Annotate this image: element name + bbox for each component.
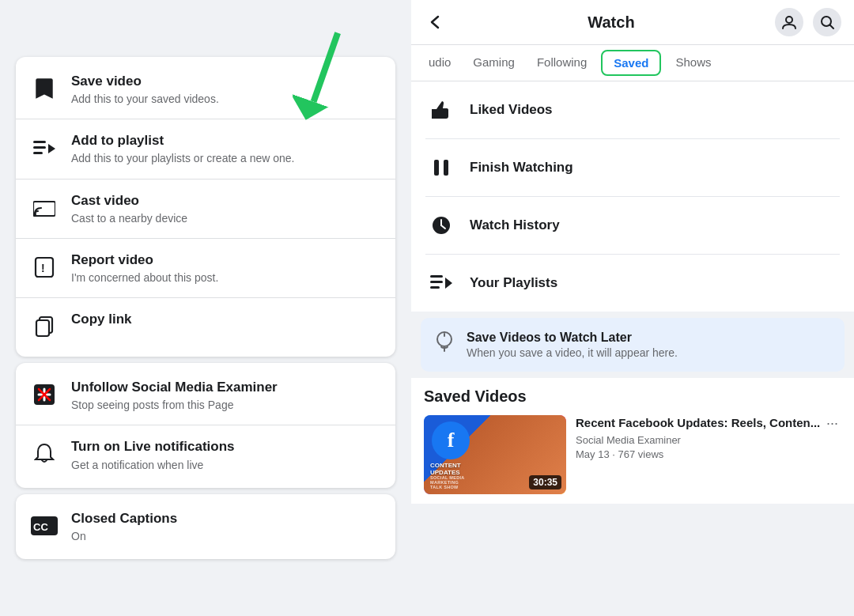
watch-history-label: Watch History (470, 217, 560, 233)
tab-shows[interactable]: Shows (664, 46, 722, 81)
search-button[interactable] (813, 8, 841, 36)
svg-rect-2 (33, 141, 46, 143)
closed-captions-title: Closed Captions (71, 510, 177, 527)
copy-link-item[interactable]: Copy link (16, 301, 395, 350)
report-video-item[interactable]: ! Report video I'm concerned about this … (16, 242, 395, 294)
unfollow-item[interactable]: Unfollow Social Media Examiner Stop seei… (16, 369, 395, 421)
tab-following[interactable]: Following (526, 46, 598, 81)
video-channel: Social Media Examiner (576, 434, 841, 446)
closed-captions-text: Closed Captions On (71, 510, 177, 543)
back-button[interactable] (424, 10, 448, 34)
copy-link-icon (30, 312, 59, 341)
live-notifications-item[interactable]: Turn on Live notifications Get a notific… (16, 429, 395, 481)
saved-videos-title: Saved Videos (424, 387, 841, 406)
svg-rect-29 (430, 286, 440, 289)
right-panel: Watch udio Gaming Following (411, 0, 854, 616)
menu-card-follow: Unfollow Social Media Examiner Stop seei… (16, 363, 395, 488)
your-playlists-label: Your Playlists (470, 275, 557, 291)
thumbs-up-icon (425, 94, 457, 126)
svg-point-7 (33, 213, 36, 216)
saved-videos-section: Saved Videos f CONTENT UPDATES (411, 378, 854, 504)
video-more-button[interactable]: ··· (823, 415, 841, 432)
right-content: Liked Videos Finish Watching (411, 81, 854, 616)
watch-history-item[interactable]: Watch History (411, 197, 854, 254)
live-notifications-subtitle: Get a notification when live (71, 458, 235, 472)
watch-title: Watch (457, 13, 765, 32)
unfollow-icon (30, 380, 59, 409)
svg-rect-28 (430, 281, 443, 283)
copy-link-title: Copy link (71, 311, 132, 328)
add-to-playlist-subtitle: Add this to your playlists or create a n… (71, 151, 294, 165)
video-duration: 30:35 (529, 475, 561, 489)
divider (16, 425, 395, 425)
svg-point-19 (786, 17, 792, 23)
divider (16, 179, 395, 180)
video-card[interactable]: f CONTENT UPDATES SOCIAL MEDIAMARKETINGT… (424, 415, 841, 494)
video-info: Recent Facebook Updates: Reels, Conten..… (576, 415, 841, 460)
svg-rect-23 (444, 160, 448, 176)
svg-text:!: ! (41, 262, 45, 274)
save-video-text: Save video Add this to your saved videos… (71, 73, 219, 106)
closed-captions-item[interactable]: CC Closed Captions On (16, 501, 395, 553)
unfollow-subtitle: Stop seeing posts from this Page (71, 398, 278, 412)
svg-line-1 (290, 33, 362, 102)
closed-captions-subtitle: On (71, 529, 177, 543)
bell-icon (30, 440, 59, 468)
left-panel: Save video Add this to your saved videos… (0, 0, 411, 616)
tab-gaming[interactable]: Gaming (462, 46, 526, 81)
live-notifications-text: Turn on Live notifications Get a notific… (71, 438, 235, 471)
add-to-playlist-item[interactable]: Add to playlist Add this to your playlis… (16, 123, 395, 175)
add-to-playlist-title: Add to playlist (71, 132, 294, 149)
info-box-text: Save Videos to Watch Later When you save… (467, 331, 678, 359)
info-box-subtitle: When you save a video, it will appear he… (467, 346, 678, 359)
right-header: Watch (411, 0, 854, 45)
tab-audio[interactable]: udio (418, 46, 462, 81)
video-meta: May 13 · 767 views (576, 448, 841, 460)
save-video-title: Save video (71, 73, 219, 90)
playlist-add-icon (30, 134, 59, 162)
saved-section: Liked Videos Finish Watching (411, 81, 854, 312)
svg-rect-27 (430, 275, 443, 278)
tabs-row: udio Gaming Following Saved Shows (411, 45, 854, 81)
video-title-row: Recent Facebook Updates: Reels, Conten..… (576, 415, 841, 432)
svg-line-21 (830, 25, 834, 29)
copy-link-text: Copy link (71, 311, 132, 328)
cast-video-text: Cast video Cast to a nearby device (71, 192, 187, 225)
cast-video-subtitle: Cast to a nearby device (71, 211, 187, 225)
header-icons (775, 8, 841, 36)
menu-card-cc: CC Closed Captions On (16, 494, 395, 559)
cc-icon: CC (30, 512, 59, 540)
live-notifications-title: Turn on Live notifications (71, 438, 235, 455)
tab-saved[interactable]: Saved (601, 50, 661, 76)
divider (16, 238, 395, 239)
playlist-icon (425, 267, 457, 299)
lightbulb-icon (433, 331, 455, 354)
profile-button[interactable] (775, 8, 803, 36)
svg-marker-5 (48, 144, 55, 153)
unfollow-title: Unfollow Social Media Examiner (71, 379, 278, 396)
divider (16, 119, 395, 119)
pause-icon (425, 152, 457, 183)
video-thumbnail: f CONTENT UPDATES SOCIAL MEDIAMARKETINGT… (424, 415, 566, 494)
svg-rect-11 (36, 320, 49, 336)
svg-rect-3 (33, 146, 46, 149)
liked-videos-item[interactable]: Liked Videos (411, 81, 854, 138)
add-to-playlist-text: Add to playlist Add this to your playlis… (71, 132, 294, 165)
liked-videos-label: Liked Videos (470, 102, 553, 118)
svg-rect-22 (434, 160, 439, 176)
cast-icon (30, 194, 59, 222)
svg-text:CC: CC (33, 521, 48, 533)
unfollow-text: Unfollow Social Media Examiner Stop seei… (71, 379, 278, 412)
menu-card-main: Save video Add this to your saved videos… (16, 57, 395, 357)
bookmark-icon (30, 74, 59, 103)
your-playlists-item[interactable]: Your Playlists (411, 255, 854, 312)
save-videos-info-box: Save Videos to Watch Later When you save… (421, 318, 845, 372)
info-box-title: Save Videos to Watch Later (467, 331, 678, 345)
cast-video-item[interactable]: Cast video Cast to a nearby device (16, 183, 395, 235)
report-video-text: Report video I'm concerned about this po… (71, 251, 218, 285)
svg-marker-30 (445, 278, 452, 289)
svg-rect-4 (33, 152, 43, 154)
finish-watching-item[interactable]: Finish Watching (411, 139, 854, 196)
report-icon: ! (30, 253, 59, 282)
video-title: Recent Facebook Updates: Reels, Conten..… (576, 415, 823, 431)
